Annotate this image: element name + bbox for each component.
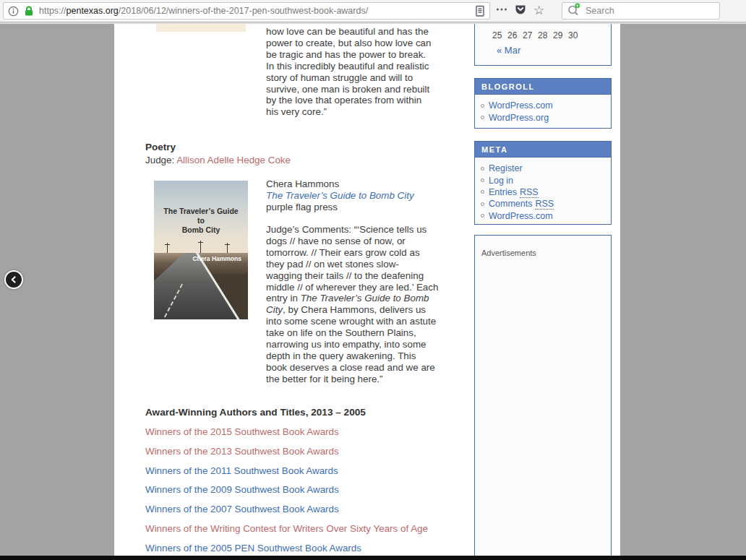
poetry-judge-line: Judge: Allison Adelle Hedge Coke [145,155,291,165]
search-engine-icon[interactable] [567,3,582,20]
award-link-2013[interactable]: Winners of the 2013 Southwest Book Award… [145,447,428,457]
meta-link-wordpress-com[interactable]: WordPress.com [489,211,553,221]
award-link-2015[interactable]: Winners of the 2015 Southwest Book Award… [145,427,428,437]
award-link-2009[interactable]: Winners of the 2009 Southwest Book Award… [145,485,428,495]
bullet-icon [481,104,484,108]
list-item[interactable]: Register [481,163,611,174]
bullet-icon [481,178,484,182]
browser-window: https://pentexas.org/2018/06/12/winners-… [0,0,746,560]
list-item[interactable]: EntriesRSS [481,186,611,198]
url-path: /2018/06/12/winners-of-the-2017-pen-sout… [119,6,368,16]
calendar-day: 27 [523,30,533,40]
book-press: purple flag press [266,202,414,213]
book-author: Chera Hammons [266,178,414,190]
comments-text-2: , by Chera Hammons, delivers us into som… [266,304,436,384]
calendar-day: 26 [507,30,518,40]
calendar-day: 28 [538,30,548,40]
site-info-icon[interactable] [8,6,19,17]
address-url[interactable]: https://pentexas.org/2018/06/12/winners-… [39,6,475,16]
bullet-icon [481,190,484,194]
page-action-buttons: ☆ [496,2,544,20]
meta-widget: META Register Log in EntriesRSS Comments… [474,141,612,225]
award-link-2007[interactable]: Winners of the 2007 Southwest Book Award… [145,504,428,514]
blogroll-link-wordpress-com[interactable]: WordPress.com [489,100,553,111]
url-bar[interactable]: https://pentexas.org/2018/06/12/winners-… [3,2,490,20]
pocket-save-icon[interactable] [514,4,527,19]
calendar-days-row: 25 26 27 28 29 30 [475,24,611,40]
judge-label: Judge: [145,155,176,165]
award-link-2005[interactable]: Winners of the 2005 PEN Southwest Book A… [145,543,428,553]
list-item[interactable]: WordPress.com [481,210,611,222]
meta-link-entries-rss[interactable]: EntriesRSS [489,187,539,197]
chevron-left-icon [10,273,17,286]
cover-author-text: Chera Hammons [192,255,241,262]
meta-link-comments-rss[interactable]: CommentsRSS [489,199,554,209]
blogroll-widget: BLOGROLL WordPress.com WordPress.org [474,78,612,129]
bullet-icon [481,214,484,217]
award-link-2011[interactable]: Winners of the 2011 Southwest Book Award… [145,466,428,476]
bullet-icon [481,202,484,206]
comments-text-1: Judge’s Comments: “‘Science tells us dog… [266,224,438,303]
book-cover-image[interactable]: The Traveler’s Guide to Bomb City Chera … [154,181,248,319]
list-item[interactable]: CommentsRSS [481,198,611,210]
browser-toolbar: https://pentexas.org/2018/06/12/winners-… [0,0,746,22]
blogroll-header: BLOGROLL [475,79,611,95]
bullet-icon [481,116,484,119]
previous-book-cover-edge [156,24,246,32]
page-actions-menu-icon[interactable] [496,4,507,18]
bullet-icon [481,167,484,171]
cover-title-text: The Traveler’s Guide to Bomb City [154,207,248,235]
poetry-section-heading: Poetry [145,142,176,152]
awards-list-heading: Award-Winning Authors and Titles, 2013 –… [145,407,366,418]
calendar-prev-month-link[interactable]: « Mar [497,45,520,56]
list-item[interactable]: WordPress.org [481,111,611,123]
bottom-black-bar [0,556,746,560]
url-protocol: https:// [39,6,67,16]
calendar-day: 30 [568,30,578,40]
book-info-block: Chera Hammons The Traveler’s Guide to Bo… [266,178,414,214]
poetry-judge-comments: Judge’s Comments: “‘Science tells us dog… [266,224,477,385]
meta-header: META [475,142,611,158]
calendar-widget: 25 26 27 28 29 30 « Mar [474,24,612,66]
fiction-judge-comments-continued: how love can be beautiful and has the po… [266,26,477,118]
page-content: how love can be beautiful and has the po… [114,24,620,556]
meta-link-register[interactable]: Register [489,163,523,173]
list-item[interactable]: Log in [481,174,611,186]
list-item[interactable]: WordPress.com [481,100,611,111]
search-input[interactable] [586,6,694,16]
calendar-day: 29 [553,30,563,40]
back-navigation-button[interactable] [4,270,23,289]
calendar-day: 25 [492,30,502,40]
advertisements-widget: Advertisements [474,235,612,556]
judge-name-link[interactable]: Allison Adelle Hedge Coke [176,155,291,165]
reader-mode-icon[interactable] [475,5,485,17]
advertisements-label: Advertisements [481,249,536,257]
blogroll-link-wordpress-org[interactable]: WordPress.org [489,113,549,123]
award-link-over-sixty[interactable]: Winners of the Writing Contest for Write… [145,524,428,534]
url-domain: pentexas.org [67,6,119,16]
awards-link-list: Winners of the 2015 Southwest Book Award… [145,427,428,553]
https-lock-icon[interactable] [24,5,34,17]
bookmark-star-icon[interactable]: ☆ [533,4,544,17]
book-title-link[interactable]: The Traveler’s Guide to Bomb City [266,190,414,201]
meta-link-login[interactable]: Log in [489,176,513,186]
search-bar[interactable] [562,2,720,20]
